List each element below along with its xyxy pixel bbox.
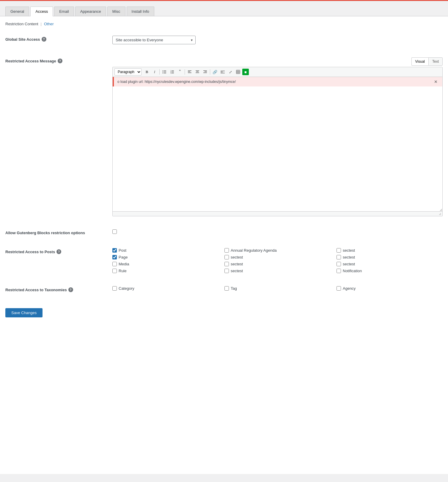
fullscreen-button[interactable]: ⤢ — [227, 68, 234, 75]
ol-button[interactable]: 1.2.3. — [169, 68, 176, 75]
rule-checkbox[interactable] — [112, 269, 117, 273]
list-item: Notification — [337, 269, 443, 273]
link-button[interactable]: 🔗 — [211, 68, 219, 75]
table-button[interactable] — [235, 68, 242, 75]
align-center-button[interactable] — [194, 68, 201, 75]
posts-columns: Post Page Media Rule — [112, 248, 443, 273]
restricted-taxonomies-row: Restricted Access to Taxonomies ? Catego… — [5, 283, 443, 295]
svg-rect-7 — [172, 70, 174, 71]
restricted-taxonomies-label: Restricted Access to Taxonomies ? — [5, 286, 112, 292]
sectest6-label: sectest — [343, 262, 355, 266]
agency-label: Agency — [343, 286, 356, 291]
list-item: sectest — [337, 262, 443, 266]
list-item: Post — [112, 248, 219, 253]
restriction-separator: | — [41, 22, 42, 26]
restricted-posts-content: Post Page Media Rule — [112, 248, 443, 273]
sectest4-label: sectest — [343, 248, 355, 253]
error-notice-text: o load plugin url: https://nycrulesdev.w… — [117, 80, 236, 84]
posts-col-1: Post Page Media Rule — [112, 248, 219, 273]
list-item: Media — [112, 262, 219, 266]
sectest2-checkbox[interactable] — [224, 262, 229, 266]
visual-tab[interactable]: Visual — [411, 57, 428, 66]
restricted-access-message-label: Restricted Access Message ? — [5, 57, 112, 63]
error-notice: o load plugin url: https://nycrulesdev.w… — [113, 77, 442, 86]
restricted-posts-label: Restricted Access to Posts ? — [5, 248, 112, 254]
sectest3-label: sectest — [231, 269, 243, 273]
agency-checkbox[interactable] — [337, 286, 341, 291]
sectest6-checkbox[interactable] — [337, 262, 341, 266]
restricted-taxonomies-help-icon[interactable]: ? — [68, 287, 73, 292]
restricted-access-message-help-icon[interactable]: ? — [58, 59, 62, 63]
allow-gutenberg-row: Allow Gutenberg Blocks restriction optio… — [5, 226, 443, 238]
page-container: General Access Email Appearance Misc Ins… — [0, 0, 448, 474]
svg-rect-23 — [221, 73, 225, 73]
bold-button[interactable]: B — [143, 68, 150, 75]
error-notice-close[interactable]: ✕ — [433, 79, 439, 84]
page-checkbox[interactable] — [112, 255, 117, 259]
global-site-access-help-icon[interactable]: ? — [42, 37, 46, 42]
tab-access[interactable]: Access — [30, 7, 53, 16]
tab-general[interactable]: General — [5, 7, 29, 16]
save-changes-button[interactable]: Save Changes — [5, 308, 43, 317]
tab-install-info[interactable]: Install Info — [127, 7, 154, 16]
taxonomies-columns: Category Tag Agency — [112, 286, 443, 291]
toolbar-sep-1 — [159, 69, 160, 75]
global-site-access-select-wrapper: Site accessible to Everyone Logged-in Us… — [112, 36, 196, 44]
toolbar-sep-3 — [210, 69, 210, 75]
more-button[interactable] — [219, 68, 226, 75]
svg-rect-5 — [164, 73, 166, 73]
editor-body[interactable] — [113, 86, 442, 211]
restriction-content-row: Restriction Content | Other — [5, 22, 443, 26]
global-site-access-label: Global Site Access ? — [5, 36, 112, 42]
page-label: Page — [119, 255, 128, 259]
svg-rect-14 — [188, 73, 191, 73]
list-item: Category — [112, 286, 219, 291]
posts-col-3: sectest sectest sectest Notificatio — [337, 248, 443, 273]
svg-rect-3 — [164, 72, 166, 72]
align-left-button[interactable] — [186, 68, 193, 75]
tab-misc[interactable]: Misc — [107, 7, 125, 16]
sectest1-checkbox[interactable] — [224, 255, 229, 259]
list-item: Rule — [112, 269, 219, 273]
post-checkbox[interactable] — [112, 248, 117, 253]
tinymce-wrapper: Paragraph B I 1.2.3. " — [112, 67, 443, 216]
text-tab[interactable]: Text — [428, 57, 443, 66]
annual-regulatory-agenda-checkbox[interactable] — [224, 248, 229, 253]
blockquote-button[interactable]: " — [176, 68, 183, 75]
green-button[interactable]: ■ — [242, 69, 249, 75]
restricted-access-message-content: Visual Text Paragraph B I — [112, 57, 443, 216]
svg-rect-22 — [221, 72, 223, 73]
italic-button[interactable]: I — [151, 68, 158, 75]
global-site-access-row: Global Site Access ? Site accessible to … — [5, 33, 443, 47]
svg-rect-11 — [172, 73, 174, 73]
restricted-posts-help-icon[interactable]: ? — [56, 249, 61, 254]
list-item: sectest — [224, 269, 331, 273]
sectest5-label: sectest — [343, 255, 355, 259]
sectest3-checkbox[interactable] — [224, 269, 229, 273]
sectest4-checkbox[interactable] — [337, 248, 341, 253]
editor-footer: ⊿ — [113, 211, 442, 216]
category-checkbox[interactable] — [112, 286, 117, 291]
notification-checkbox[interactable] — [337, 269, 341, 273]
editor-tabs: Visual Text — [411, 57, 443, 66]
format-select[interactable]: Paragraph — [114, 68, 142, 75]
tag-checkbox[interactable] — [224, 286, 229, 291]
svg-rect-12 — [188, 70, 191, 71]
other-link[interactable]: Other — [44, 22, 54, 26]
content-area: Restriction Content | Other Global Site … — [0, 16, 448, 474]
sectest5-checkbox[interactable] — [337, 255, 341, 259]
restriction-content-label: Restriction Content — [5, 22, 38, 26]
svg-rect-20 — [203, 73, 207, 73]
tab-appearance[interactable]: Appearance — [75, 7, 106, 16]
ul-button[interactable] — [161, 68, 168, 75]
allow-gutenberg-checkbox[interactable] — [112, 229, 117, 234]
align-right-button[interactable] — [202, 68, 209, 75]
tab-email[interactable]: Email — [54, 7, 74, 16]
media-checkbox[interactable] — [112, 262, 117, 266]
category-label: Category — [119, 286, 134, 291]
global-site-access-content: Site accessible to Everyone Logged-in Us… — [112, 36, 443, 44]
svg-rect-24 — [236, 70, 240, 74]
allow-gutenberg-checkbox-item — [112, 229, 443, 234]
global-site-access-select[interactable]: Site accessible to Everyone Logged-in Us… — [112, 36, 196, 44]
visual-text-row: Visual Text — [112, 57, 443, 66]
